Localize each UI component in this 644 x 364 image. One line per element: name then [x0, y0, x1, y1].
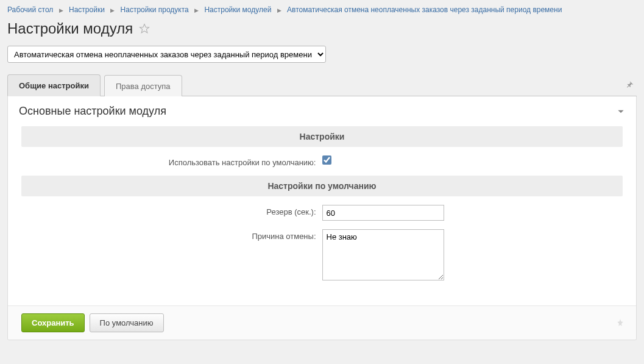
default-button[interactable]: По умолчанию	[90, 313, 164, 332]
chevron-right-icon: ▶	[59, 7, 63, 13]
breadcrumb-item[interactable]: Автоматическая отмена неоплаченных заказ…	[287, 5, 562, 14]
breadcrumb: Рабочий стол ▶ Настройки ▶ Настройки про…	[0, 0, 644, 18]
cancel-reason-textarea[interactable]	[322, 229, 444, 280]
breadcrumb-item[interactable]: Рабочий стол	[7, 5, 53, 14]
chevron-right-icon: ▶	[277, 7, 281, 13]
cancel-reason-label: Причина отмены:	[21, 229, 322, 241]
breadcrumb-item[interactable]: Настройки продукта	[121, 5, 189, 14]
pin-icon[interactable]	[615, 318, 625, 328]
reserve-label: Резерв (сек.):	[21, 205, 322, 216]
breadcrumb-item[interactable]: Настройки модулей	[204, 5, 271, 14]
pin-icon[interactable]	[625, 80, 634, 90]
tab-general-settings[interactable]: Общие настройки	[7, 74, 101, 96]
chevron-right-icon: ▶	[194, 7, 199, 13]
use-default-label: Использовать настройки по умолчанию:	[21, 155, 322, 167]
reserve-input[interactable]	[322, 205, 444, 221]
chevron-right-icon: ▶	[110, 7, 115, 13]
chevron-down-icon[interactable]	[617, 107, 625, 116]
save-button[interactable]: Сохранить	[21, 313, 85, 332]
star-icon[interactable]	[139, 23, 150, 34]
tab-access-rights[interactable]: Права доступа	[104, 75, 182, 96]
svg-marker-0	[140, 24, 149, 33]
page-title: Настройки модуля	[7, 20, 133, 37]
settings-panel: Основные настройки модуля Настройки Испо…	[7, 96, 637, 340]
module-select[interactable]: Автоматическая отмена неоплаченных заказ…	[7, 46, 326, 63]
breadcrumb-item[interactable]: Настройки	[69, 5, 105, 14]
panel-title: Основные настройки модуля	[19, 105, 166, 118]
section-header-settings: Настройки	[21, 126, 623, 147]
section-header-defaults: Настройки по умолчанию	[21, 176, 623, 196]
use-default-checkbox[interactable]	[322, 155, 331, 165]
